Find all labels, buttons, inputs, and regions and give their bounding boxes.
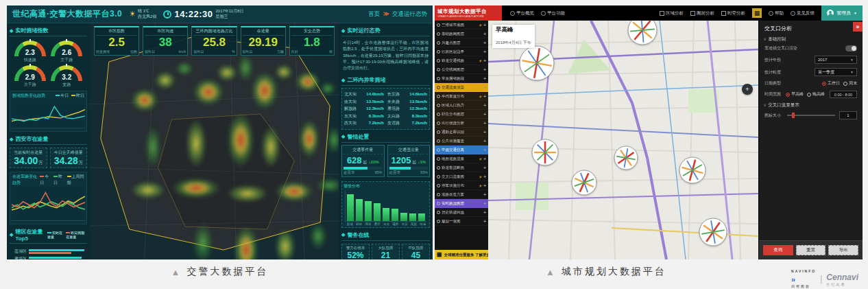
topbar-analysis-item[interactable]: 时空分析 (721, 10, 745, 16)
section-basic-controls[interactable]: 基础控制 (759, 34, 863, 43)
topbar-analysis-item[interactable]: 圈层分析 (690, 10, 714, 16)
layer-item[interactable]: 地面道路流量☀+ (435, 154, 488, 163)
sidebar-promo-bar[interactable]: ▦ 全球精准位置服务 了解更多 › (435, 250, 488, 259)
metric-foot-left: 较昨日 (193, 49, 204, 54)
size-input[interactable]: 1 (839, 111, 857, 119)
locate-button[interactable]: + (742, 84, 753, 95)
layer-item[interactable]: 交通流量渲染☀+ (435, 83, 488, 92)
layer-item[interactable]: 基础路网图层+ (435, 30, 488, 38)
add-layer-icon[interactable]: + (483, 49, 486, 54)
timerange-radio[interactable]: 晚高峰 (807, 91, 825, 97)
layer-actions: + (483, 76, 486, 81)
add-layer-icon[interactable]: + (483, 103, 486, 108)
layer-item[interactable]: 停车设施分布☀+ (435, 181, 488, 190)
add-layer-icon[interactable]: + (483, 58, 486, 63)
add-layer-icon[interactable]: + (483, 219, 486, 224)
topbar-help-item[interactable]: 意见反馈 (791, 10, 815, 16)
layer-item[interactable]: 平均车速分布☀+ (435, 92, 488, 101)
query-button[interactable]: 查询 (763, 245, 793, 255)
reset-button[interactable]: 重置 (796, 245, 826, 255)
topbar-analysis-item[interactable]: 区域分析 (660, 10, 684, 16)
add-layer-icon[interactable]: + (483, 85, 486, 90)
user-chip[interactable]: 管理员 ▼ (821, 5, 863, 21)
panel-collapse-button[interactable]: » (853, 22, 863, 32)
layer-item[interactable]: 常发拥堵路段+ (435, 74, 488, 83)
intersection-flow-circle[interactable] (519, 45, 555, 84)
intersection-flow-circle[interactable] (614, 146, 638, 173)
topbar-item[interactable]: 平台功能 (541, 10, 565, 16)
layer-item[interactable]: 轨道交通线路☀+ (435, 56, 488, 65)
road-name: 雁塔路 (387, 105, 400, 113)
add-layer-icon[interactable]: + (483, 192, 486, 197)
layer-item[interactable]: 职住分布图层+ (435, 110, 488, 119)
layer-item[interactable]: 行政区划边界+ (435, 47, 488, 56)
add-layer-icon[interactable]: + (483, 165, 486, 170)
add-layer-icon[interactable]: + (483, 112, 486, 117)
add-layer-icon[interactable]: + (483, 183, 486, 188)
layer-item[interactable]: 通勤走廊识别+ (435, 128, 488, 137)
layer-item[interactable]: 出行强度分析+ (435, 119, 488, 128)
date-line2: 星期三 (215, 14, 243, 20)
topbar-help-item[interactable]: 帮助 (769, 10, 784, 16)
layer-item[interactable]: 公交线网图层+ (435, 65, 488, 74)
congestion-gauge: 2.6主干路 (51, 41, 84, 63)
datetype-radio[interactable]: 周末 (843, 80, 857, 86)
layer-item[interactable]: 三维城市底图☀+ (435, 21, 488, 30)
lane-render-toggle[interactable] (845, 45, 857, 51)
style-sun-icon[interactable]: ☀ (479, 183, 482, 188)
breadcrumb[interactable]: 首页 ≫ 交通运行态势 (368, 10, 427, 19)
grid-apps-icon[interactable]: ▦ (752, 8, 762, 18)
style-sun-icon[interactable]: ☀ (479, 58, 482, 63)
style-sun-icon[interactable]: ☀ (479, 23, 482, 27)
layer-item[interactable]: 区域人口热力+ (435, 101, 488, 110)
add-layer-icon[interactable]: + (483, 94, 486, 99)
add-layer-icon[interactable]: + (483, 174, 486, 179)
style-sun-icon[interactable]: ☀ (479, 174, 482, 179)
export-button[interactable]: 导出 (828, 245, 858, 255)
layer-item[interactable]: 轨道客流断面+ (435, 163, 488, 172)
layer-item[interactable]: 实时路况图层+ (435, 199, 488, 208)
style-sun-icon[interactable]: ☀ (479, 157, 482, 161)
add-layer-icon[interactable]: + (483, 23, 486, 27)
granularity-select[interactable]: 第一季度 ▼ (815, 68, 857, 76)
traffic-map[interactable]: 市区指数2.5轻度拥堵指数市区均速38较昨日km/h三环内拥堵道路占比25.8较… (90, 23, 339, 259)
add-layer-icon[interactable]: + (483, 67, 486, 72)
layer-item[interactable]: 公共设施覆盖+ (435, 137, 488, 146)
datetype-radio[interactable]: 工作日 (822, 80, 840, 86)
add-layer-icon[interactable]: + (483, 201, 486, 206)
add-layer-icon[interactable]: + (483, 210, 486, 215)
style-sun-icon[interactable]: ☀ (479, 85, 482, 90)
add-layer-icon[interactable]: + (483, 139, 486, 143)
add-layer-icon[interactable]: + (483, 76, 486, 81)
intersection-flow-circle[interactable] (531, 139, 559, 169)
layer-item[interactable]: 道路改造方案+ (435, 190, 488, 199)
timerange-radio[interactable]: 早高峰 (786, 91, 804, 97)
intersection-flow-circle[interactable] (679, 157, 706, 187)
layer-item[interactable]: 中观交通仿真+ (435, 146, 488, 154)
add-layer-icon[interactable]: + (483, 32, 486, 36)
style-sun-icon[interactable]: ☀ (479, 94, 482, 99)
layer-item[interactable]: 交叉口流量图☀+ (435, 172, 488, 181)
size-slider[interactable] (787, 115, 835, 116)
add-layer-icon[interactable]: + (483, 121, 486, 126)
slider-handle[interactable] (792, 113, 795, 118)
planning-map[interactable]: 早高峰 2018年4月4日 下午 + (488, 21, 758, 259)
intersection-flow-circle[interactable] (627, 21, 658, 48)
section-flow-display[interactable]: 交叉口流量显示 (759, 100, 863, 109)
breadcrumb-home[interactable]: 首页 (368, 10, 380, 17)
timerange-input[interactable]: 0:00 - 8:00 (830, 91, 857, 98)
intersection-flow-circle[interactable] (699, 218, 727, 249)
topbar-item[interactable]: 平台概览 (510, 10, 534, 16)
heat-blob (131, 181, 165, 199)
add-layer-icon[interactable]: + (483, 148, 486, 152)
layer-item[interactable]: 历史轨迹回放+ (435, 208, 488, 217)
year-select[interactable]: 2017 ▼ (815, 56, 857, 64)
topbar-left-menu: 平台概览平台功能 (510, 10, 565, 16)
add-layer-icon[interactable]: + (483, 157, 486, 161)
add-layer-icon[interactable]: + (483, 130, 486, 135)
layer-item[interactable]: 规划一张图+ (435, 217, 488, 226)
layer-item[interactable]: 兴趣点图层+ (435, 38, 488, 47)
circle-icon (791, 11, 795, 16)
intersection-flow-circle[interactable] (571, 170, 597, 198)
add-layer-icon[interactable]: + (483, 41, 486, 45)
